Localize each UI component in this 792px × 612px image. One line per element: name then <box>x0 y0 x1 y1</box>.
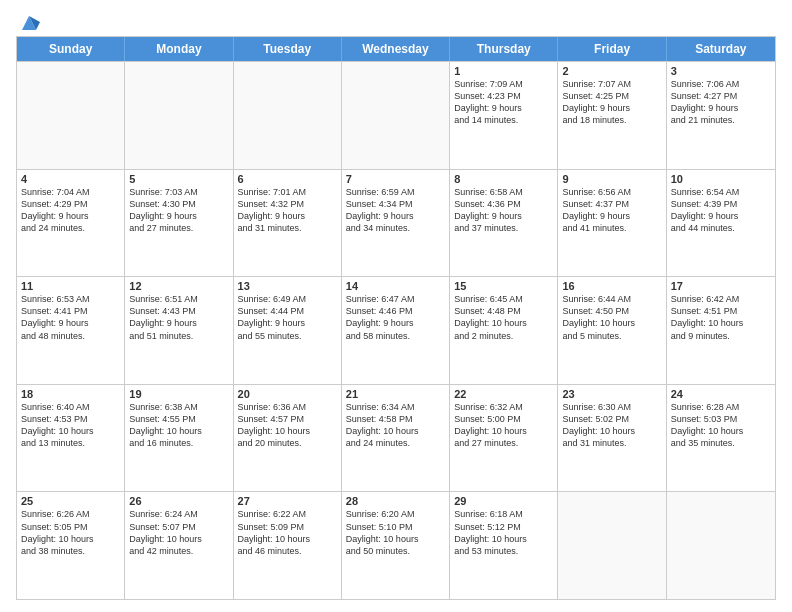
day-number: 6 <box>238 173 337 185</box>
calendar-row-4: 18Sunrise: 6:40 AMSunset: 4:53 PMDayligh… <box>17 384 775 492</box>
day-info: Sunrise: 6:18 AMSunset: 5:12 PMDaylight:… <box>454 508 553 557</box>
day-info: Sunrise: 6:58 AMSunset: 4:36 PMDaylight:… <box>454 186 553 235</box>
page: SundayMondayTuesdayWednesdayThursdayFrid… <box>0 0 792 612</box>
empty-cell <box>558 492 666 599</box>
day-cell-9: 9Sunrise: 6:56 AMSunset: 4:37 PMDaylight… <box>558 170 666 277</box>
day-info: Sunrise: 6:20 AMSunset: 5:10 PMDaylight:… <box>346 508 445 557</box>
day-cell-13: 13Sunrise: 6:49 AMSunset: 4:44 PMDayligh… <box>234 277 342 384</box>
day-cell-22: 22Sunrise: 6:32 AMSunset: 5:00 PMDayligh… <box>450 385 558 492</box>
day-number: 29 <box>454 495 553 507</box>
day-info: Sunrise: 6:51 AMSunset: 4:43 PMDaylight:… <box>129 293 228 342</box>
day-info: Sunrise: 6:36 AMSunset: 4:57 PMDaylight:… <box>238 401 337 450</box>
day-number: 14 <box>346 280 445 292</box>
day-cell-14: 14Sunrise: 6:47 AMSunset: 4:46 PMDayligh… <box>342 277 450 384</box>
day-info: Sunrise: 7:03 AMSunset: 4:30 PMDaylight:… <box>129 186 228 235</box>
day-cell-23: 23Sunrise: 6:30 AMSunset: 5:02 PMDayligh… <box>558 385 666 492</box>
header-day-saturday: Saturday <box>667 37 775 61</box>
day-info: Sunrise: 6:42 AMSunset: 4:51 PMDaylight:… <box>671 293 771 342</box>
day-number: 1 <box>454 65 553 77</box>
header-day-tuesday: Tuesday <box>234 37 342 61</box>
day-number: 12 <box>129 280 228 292</box>
day-cell-15: 15Sunrise: 6:45 AMSunset: 4:48 PMDayligh… <box>450 277 558 384</box>
day-number: 9 <box>562 173 661 185</box>
day-info: Sunrise: 6:44 AMSunset: 4:50 PMDaylight:… <box>562 293 661 342</box>
day-number: 16 <box>562 280 661 292</box>
day-number: 4 <box>21 173 120 185</box>
calendar-header: SundayMondayTuesdayWednesdayThursdayFrid… <box>17 37 775 61</box>
header-day-monday: Monday <box>125 37 233 61</box>
calendar: SundayMondayTuesdayWednesdayThursdayFrid… <box>16 36 776 600</box>
day-info: Sunrise: 7:01 AMSunset: 4:32 PMDaylight:… <box>238 186 337 235</box>
day-cell-10: 10Sunrise: 6:54 AMSunset: 4:39 PMDayligh… <box>667 170 775 277</box>
day-number: 27 <box>238 495 337 507</box>
empty-cell <box>342 62 450 169</box>
header-day-friday: Friday <box>558 37 666 61</box>
day-number: 3 <box>671 65 771 77</box>
day-cell-25: 25Sunrise: 6:26 AMSunset: 5:05 PMDayligh… <box>17 492 125 599</box>
day-cell-4: 4Sunrise: 7:04 AMSunset: 4:29 PMDaylight… <box>17 170 125 277</box>
day-number: 2 <box>562 65 661 77</box>
day-cell-5: 5Sunrise: 7:03 AMSunset: 4:30 PMDaylight… <box>125 170 233 277</box>
day-number: 24 <box>671 388 771 400</box>
day-cell-19: 19Sunrise: 6:38 AMSunset: 4:55 PMDayligh… <box>125 385 233 492</box>
day-info: Sunrise: 6:28 AMSunset: 5:03 PMDaylight:… <box>671 401 771 450</box>
empty-cell <box>234 62 342 169</box>
header-day-sunday: Sunday <box>17 37 125 61</box>
day-number: 5 <box>129 173 228 185</box>
day-info: Sunrise: 6:30 AMSunset: 5:02 PMDaylight:… <box>562 401 661 450</box>
day-number: 25 <box>21 495 120 507</box>
day-number: 19 <box>129 388 228 400</box>
day-cell-8: 8Sunrise: 6:58 AMSunset: 4:36 PMDaylight… <box>450 170 558 277</box>
day-info: Sunrise: 6:32 AMSunset: 5:00 PMDaylight:… <box>454 401 553 450</box>
day-cell-18: 18Sunrise: 6:40 AMSunset: 4:53 PMDayligh… <box>17 385 125 492</box>
day-info: Sunrise: 6:53 AMSunset: 4:41 PMDaylight:… <box>21 293 120 342</box>
day-number: 21 <box>346 388 445 400</box>
header <box>16 12 776 28</box>
day-number: 13 <box>238 280 337 292</box>
day-number: 17 <box>671 280 771 292</box>
day-cell-26: 26Sunrise: 6:24 AMSunset: 5:07 PMDayligh… <box>125 492 233 599</box>
day-info: Sunrise: 7:04 AMSunset: 4:29 PMDaylight:… <box>21 186 120 235</box>
header-day-thursday: Thursday <box>450 37 558 61</box>
day-cell-27: 27Sunrise: 6:22 AMSunset: 5:09 PMDayligh… <box>234 492 342 599</box>
day-info: Sunrise: 6:49 AMSunset: 4:44 PMDaylight:… <box>238 293 337 342</box>
day-number: 23 <box>562 388 661 400</box>
day-info: Sunrise: 7:07 AMSunset: 4:25 PMDaylight:… <box>562 78 661 127</box>
day-number: 7 <box>346 173 445 185</box>
day-info: Sunrise: 6:40 AMSunset: 4:53 PMDaylight:… <box>21 401 120 450</box>
calendar-row-5: 25Sunrise: 6:26 AMSunset: 5:05 PMDayligh… <box>17 491 775 599</box>
calendar-row-1: 1Sunrise: 7:09 AMSunset: 4:23 PMDaylight… <box>17 61 775 169</box>
day-number: 10 <box>671 173 771 185</box>
day-number: 20 <box>238 388 337 400</box>
day-info: Sunrise: 6:38 AMSunset: 4:55 PMDaylight:… <box>129 401 228 450</box>
empty-cell <box>125 62 233 169</box>
day-cell-2: 2Sunrise: 7:07 AMSunset: 4:25 PMDaylight… <box>558 62 666 169</box>
day-info: Sunrise: 7:06 AMSunset: 4:27 PMDaylight:… <box>671 78 771 127</box>
day-info: Sunrise: 6:56 AMSunset: 4:37 PMDaylight:… <box>562 186 661 235</box>
day-number: 22 <box>454 388 553 400</box>
day-info: Sunrise: 6:24 AMSunset: 5:07 PMDaylight:… <box>129 508 228 557</box>
calendar-body: 1Sunrise: 7:09 AMSunset: 4:23 PMDaylight… <box>17 61 775 599</box>
day-info: Sunrise: 6:47 AMSunset: 4:46 PMDaylight:… <box>346 293 445 342</box>
header-day-wednesday: Wednesday <box>342 37 450 61</box>
logo <box>16 16 40 28</box>
day-info: Sunrise: 7:09 AMSunset: 4:23 PMDaylight:… <box>454 78 553 127</box>
day-cell-24: 24Sunrise: 6:28 AMSunset: 5:03 PMDayligh… <box>667 385 775 492</box>
day-cell-17: 17Sunrise: 6:42 AMSunset: 4:51 PMDayligh… <box>667 277 775 384</box>
day-cell-20: 20Sunrise: 6:36 AMSunset: 4:57 PMDayligh… <box>234 385 342 492</box>
day-info: Sunrise: 6:34 AMSunset: 4:58 PMDaylight:… <box>346 401 445 450</box>
day-number: 15 <box>454 280 553 292</box>
day-number: 26 <box>129 495 228 507</box>
day-info: Sunrise: 6:45 AMSunset: 4:48 PMDaylight:… <box>454 293 553 342</box>
day-cell-16: 16Sunrise: 6:44 AMSunset: 4:50 PMDayligh… <box>558 277 666 384</box>
logo-icon <box>18 12 40 34</box>
day-cell-29: 29Sunrise: 6:18 AMSunset: 5:12 PMDayligh… <box>450 492 558 599</box>
day-cell-1: 1Sunrise: 7:09 AMSunset: 4:23 PMDaylight… <box>450 62 558 169</box>
day-number: 11 <box>21 280 120 292</box>
calendar-row-2: 4Sunrise: 7:04 AMSunset: 4:29 PMDaylight… <box>17 169 775 277</box>
day-number: 8 <box>454 173 553 185</box>
day-cell-11: 11Sunrise: 6:53 AMSunset: 4:41 PMDayligh… <box>17 277 125 384</box>
day-cell-28: 28Sunrise: 6:20 AMSunset: 5:10 PMDayligh… <box>342 492 450 599</box>
day-cell-6: 6Sunrise: 7:01 AMSunset: 4:32 PMDaylight… <box>234 170 342 277</box>
day-cell-7: 7Sunrise: 6:59 AMSunset: 4:34 PMDaylight… <box>342 170 450 277</box>
